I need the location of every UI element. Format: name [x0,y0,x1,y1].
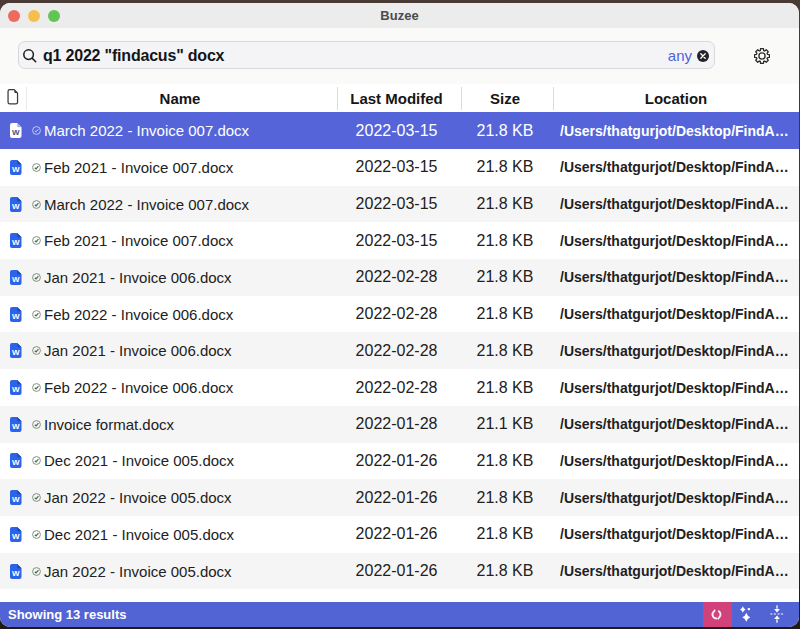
svg-text:W: W [11,422,19,431]
svg-text:W: W [11,532,19,541]
svg-text:W: W [11,495,19,504]
svg-text:W: W [11,165,19,174]
svg-text:W: W [11,128,19,137]
svg-text:W: W [11,349,19,358]
svg-text:W: W [11,239,19,248]
svg-text:W: W [11,202,19,211]
svg-text:W: W [11,312,19,321]
svg-text:W: W [11,385,19,394]
svg-text:W: W [11,569,19,578]
svg-text:W: W [11,275,19,284]
svg-text:W: W [11,459,19,468]
